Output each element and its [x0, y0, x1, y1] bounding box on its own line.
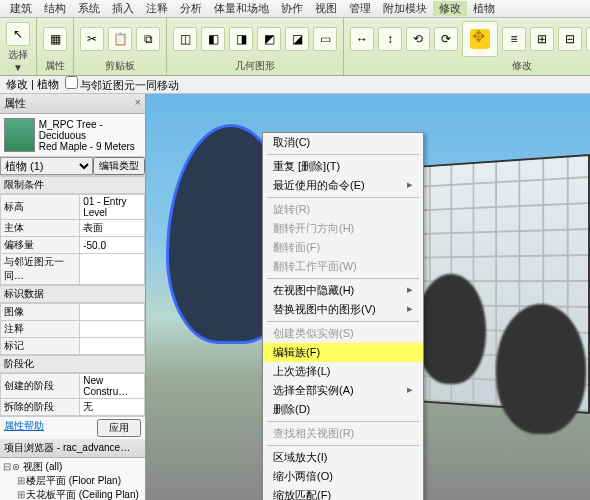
ribbon-button[interactable]: ▦ — [43, 27, 67, 51]
ribbon-button[interactable]: ⊟ — [558, 27, 582, 51]
property-value[interactable]: New Constru… — [80, 374, 145, 399]
menu-体量和场地[interactable]: 体量和场地 — [208, 1, 275, 16]
property-name: 偏移量 — [1, 237, 80, 254]
options-context: 修改 | 植物 — [6, 77, 59, 92]
options-bar: 修改 | 植物 与邻近图元一同移动 — [0, 76, 590, 94]
menu-协作[interactable]: 协作 — [275, 1, 309, 16]
menu-管理[interactable]: 管理 — [343, 1, 377, 16]
context-menu-item: 查找相关视图(R) — [263, 424, 423, 443]
property-value[interactable]: 01 - Entry Level — [80, 195, 145, 220]
tree-item[interactable]: ⊞天花板平面 (Ceiling Plan) — [2, 488, 143, 500]
menu-植物[interactable]: 植物 — [467, 1, 501, 16]
ribbon-button[interactable]: ◪ — [285, 27, 309, 51]
ribbon: ↖选择 ▼▦属性✂📋⧉剪贴板◫◧◨◩◪▭几何图形↔↕⟲⟳≡⊞⊟⊡⊠⋮⋯修改▭◫视… — [0, 18, 590, 76]
property-section-header: 阶段化 — [0, 355, 145, 373]
ribbon-button[interactable]: ⊡ — [586, 27, 590, 51]
property-name: 拆除的阶段 — [1, 399, 80, 416]
menu-附加模块[interactable]: 附加模块 — [377, 1, 433, 16]
property-value[interactable]: -50.0 — [80, 237, 145, 254]
tree-silhouette — [416, 274, 486, 384]
property-value[interactable] — [80, 304, 145, 321]
ribbon-button[interactable]: ◫ — [173, 27, 197, 51]
property-name: 与邻近图元一同… — [1, 254, 80, 285]
close-icon[interactable]: × — [135, 96, 141, 111]
property-section-header: 限制条件 — [0, 176, 145, 194]
ribbon-button[interactable]: ⟳ — [434, 27, 458, 51]
menu-视图[interactable]: 视图 — [309, 1, 343, 16]
ribbon-button[interactable]: ↖ — [6, 22, 30, 46]
context-menu-item: 翻转面(F) — [263, 238, 423, 257]
ribbon-button[interactable]: ↕ — [378, 27, 402, 51]
context-menu-item[interactable]: 区域放大(I) — [263, 448, 423, 467]
context-menu-item[interactable]: 缩放匹配(F) — [263, 486, 423, 500]
menu-分析[interactable]: 分析 — [174, 1, 208, 16]
context-menu-item[interactable]: 重复 [删除](T) — [263, 157, 423, 176]
edit-type-button[interactable]: 编辑类型 — [93, 157, 145, 175]
ribbon-button[interactable]: ◧ — [201, 27, 225, 51]
context-menu-item: 翻转开门方向(H) — [263, 219, 423, 238]
properties-panel-title: 属性× — [0, 94, 145, 114]
menu-系统[interactable]: 系统 — [72, 1, 106, 16]
context-menu-item[interactable]: 选择全部实例(A)▸ — [263, 381, 423, 400]
ribbon-button[interactable]: ✂ — [80, 27, 104, 51]
context-menu-item[interactable]: 在视图中隐藏(H)▸ — [263, 281, 423, 300]
property-name: 标高 — [1, 195, 80, 220]
context-menu-item: 旋转(R) — [263, 200, 423, 219]
property-value[interactable] — [80, 338, 145, 355]
menu-bar: 建筑结构系统插入注释分析体量和场地协作视图管理附加模块修改植物 — [0, 0, 590, 18]
property-section-header: 标识数据 — [0, 285, 145, 303]
property-name: 标记 — [1, 338, 80, 355]
context-menu: 取消(C)重复 [删除](T)最近使用的命令(E)▸旋转(R)翻转开门方向(H)… — [262, 132, 424, 500]
tree-silhouette — [496, 304, 586, 434]
menu-建筑[interactable]: 建筑 — [4, 1, 38, 16]
menu-修改[interactable]: 修改 — [433, 1, 467, 16]
ribbon-group-label: 几何图形 — [173, 59, 337, 73]
property-name: 主体 — [1, 220, 80, 237]
properties-help-link[interactable]: 属性帮助 — [4, 419, 44, 437]
ribbon-button[interactable]: ⊞ — [530, 27, 554, 51]
ribbon-button[interactable]: ▭ — [313, 27, 337, 51]
context-menu-item[interactable]: 取消(C) — [263, 133, 423, 152]
ribbon-button[interactable] — [462, 21, 498, 57]
property-value[interactable]: 表面 — [80, 220, 145, 237]
apply-button[interactable]: 应用 — [97, 419, 141, 437]
context-menu-item[interactable]: 编辑族(F) — [263, 343, 423, 362]
menu-结构[interactable]: 结构 — [38, 1, 72, 16]
menu-插入[interactable]: 插入 — [106, 1, 140, 16]
ribbon-button[interactable]: 📋 — [108, 27, 132, 51]
context-menu-item[interactable]: 删除(D) — [263, 400, 423, 419]
property-value[interactable] — [80, 321, 145, 338]
context-menu-item: 创建类似实例(S) — [263, 324, 423, 343]
ribbon-button[interactable]: ⧉ — [136, 27, 160, 51]
ribbon-group-label: 剪贴板 — [80, 59, 160, 73]
category-select[interactable]: 植物 (1) — [0, 157, 93, 175]
ribbon-button[interactable]: ≡ — [502, 27, 526, 51]
type-name: M_RPC Tree - Deciduous Red Maple - 9 Met… — [39, 119, 141, 152]
project-browser-title: 项目浏览器 - rac_advanced_sample_… — [0, 439, 145, 458]
context-menu-item[interactable]: 最近使用的命令(E)▸ — [263, 176, 423, 195]
context-menu-item[interactable]: 上次选择(L) — [263, 362, 423, 381]
property-name: 图像 — [1, 304, 80, 321]
property-value[interactable]: 无 — [80, 399, 145, 416]
context-menu-item[interactable]: 替换视图中的图形(V)▸ — [263, 300, 423, 319]
ribbon-button[interactable]: ◨ — [229, 27, 253, 51]
ribbon-group-label: 选择 ▼ — [6, 48, 30, 73]
ribbon-button[interactable]: ◩ — [257, 27, 281, 51]
property-value[interactable] — [80, 254, 145, 285]
context-menu-item[interactable]: 缩小两倍(O) — [263, 467, 423, 486]
move-with-neighbors-checkbox[interactable]: 与邻近图元一同移动 — [65, 76, 179, 93]
ribbon-group-label: 修改 — [350, 59, 590, 73]
ribbon-group-label: 属性 — [43, 59, 67, 73]
context-menu-item: 翻转工作平面(W) — [263, 257, 423, 276]
ribbon-button[interactable]: ↔ — [350, 27, 374, 51]
tree-item[interactable]: ⊞楼层平面 (Floor Plan) — [2, 474, 143, 488]
type-preview-image — [4, 118, 35, 152]
ribbon-button[interactable]: ⟲ — [406, 27, 430, 51]
tree-root[interactable]: ⊟⊙ 视图 (all) — [2, 460, 143, 474]
property-name: 注释 — [1, 321, 80, 338]
property-name: 创建的阶段 — [1, 374, 80, 399]
menu-注释[interactable]: 注释 — [140, 1, 174, 16]
